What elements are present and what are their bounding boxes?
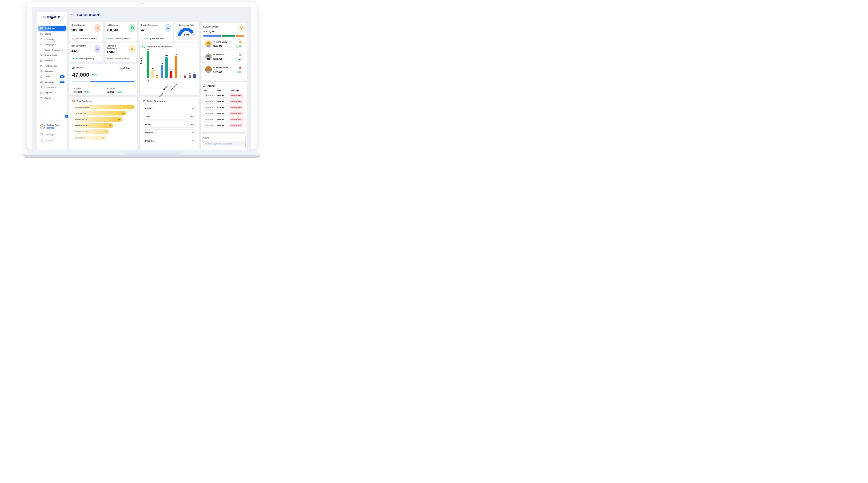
- megaphone-icon: [40, 43, 43, 46]
- sidebar-item-admin[interactable]: Admin ›: [38, 96, 66, 100]
- sidebar-item-leaderboard[interactable]: Leaderboard: [38, 85, 66, 90]
- sidebar-item-tasks[interactable]: Tasks 10+: [38, 75, 66, 79]
- card-title: Conversion Rate: [176, 24, 197, 26]
- sidebar-item-reports[interactable]: Reports: [38, 90, 66, 95]
- trend-row: 8.5% Up from yesterday: [107, 58, 129, 60]
- alerts-table-header: Date Time Message: [203, 89, 245, 92]
- fulfillment-summary-card: Fullfillment Summary Count 456Hold 142Pe…: [140, 42, 199, 95]
- sidebar-collapse-button[interactable]: ‹: [65, 115, 68, 118]
- sigma-check-icon: [40, 49, 43, 51]
- chevron-right-icon: ›: [63, 97, 64, 99]
- bar-pending: [151, 70, 154, 78]
- summary-row: Offers299: [143, 121, 196, 127]
- delta-desc: Up from past week: [149, 38, 164, 40]
- sidebar-item-recent-calls[interactable]: Recent Calls: [38, 53, 66, 58]
- sidebar-item-products[interactable]: Products: [38, 58, 66, 63]
- section-title: News: [203, 137, 245, 139]
- trend-row: 1.8% Up from yesterday: [107, 38, 129, 40]
- period-dropdown[interactable]: Last 7 Days ▼: [118, 66, 135, 70]
- sidebar: CONXUS Dashboard Orders Customer: [37, 11, 67, 149]
- logo-text-left: CON: [43, 15, 51, 19]
- silver-medal-icon: 2: [239, 52, 242, 57]
- delta-desc: Down from yesterday: [80, 38, 97, 40]
- entry-name: James David: [216, 66, 228, 68]
- chart-y-label: Count: [140, 58, 142, 64]
- sidebar-item-label: Reports: [44, 92, 52, 94]
- sidebar-menu: Dashboard Orders Customer Campaigns: [37, 23, 67, 100]
- section-title: Fullfillment Summary: [147, 45, 172, 48]
- leaderboard-entry[interactable]: James David $ 37,500 3 +6.7%: [203, 64, 244, 75]
- leaderboard-entry[interactable]: Jackson $ 39,700 2 +7.4%: [203, 51, 244, 62]
- alert-row: 25-08-202508:00 AMMail Not Sent: [203, 117, 245, 121]
- user-profile[interactable]: Gustavo Xavier Admin: [40, 124, 60, 129]
- sidebar-item-campaigns[interactable]: Campaigns: [38, 42, 66, 47]
- task-check-icon: [40, 75, 43, 78]
- row-label: Partials: [145, 107, 152, 109]
- bank-icon: [40, 70, 43, 73]
- sidebar-item-gateway[interactable]: Gateway: [38, 69, 66, 74]
- bar-value: 56: [189, 73, 191, 75]
- alert-message-badge: Mail Not Sent: [229, 123, 243, 127]
- gauge-value: 84%: [174, 33, 199, 36]
- returning-customers-card: Returning Customers 1,689 8.5% Up from y…: [104, 42, 137, 61]
- leaderboard-progress: [203, 35, 244, 36]
- row-value: 0: [192, 140, 193, 142]
- sidebar-item-dashboard[interactable]: Dashboard: [38, 26, 66, 31]
- svg-text:$: $: [132, 27, 133, 29]
- trend-row: 4.3% Down from yesterday: [71, 38, 97, 40]
- col-message: Message: [231, 89, 239, 92]
- dashboard-grid-icon: [40, 27, 43, 30]
- logout-button[interactable]: Log out: [41, 139, 53, 142]
- open-delta-badge: +3.4%: [83, 91, 90, 93]
- trend-down-icon: [71, 38, 74, 40]
- bar-failed: [184, 77, 186, 78]
- orders-total: 47,000: [72, 72, 89, 78]
- summary-row: Partials0: [143, 105, 196, 111]
- conexus-logo: CONXUS: [37, 11, 67, 23]
- logo-text-right: XUS: [54, 15, 62, 19]
- sidebar-item-fullfillments[interactable]: Fullfillments: [38, 64, 66, 68]
- delta-value: 8.5%: [110, 58, 114, 60]
- svg-text:2: 2: [240, 55, 241, 56]
- entry-value: $ 37,500: [213, 70, 228, 73]
- scroll-up-arrow[interactable]: [245, 137, 246, 138]
- entry-delta-badge: +7.4%: [236, 58, 242, 60]
- closed-value: 23,000: [107, 90, 115, 93]
- sidebar-item-orders[interactable]: Orders: [38, 32, 66, 36]
- news-accordion[interactable]: We have Big News About Stripe ▼: [203, 141, 245, 146]
- bar-pending-shipment: [156, 77, 158, 78]
- sidebar-item-messages[interactable]: Messages 10+: [38, 80, 66, 84]
- leaderboard-total: $ 120,000: [203, 30, 244, 33]
- entry-name: Mavis Barry: [216, 41, 227, 43]
- sidebar-item-label: Recent Calls: [44, 54, 57, 56]
- menu-toggle-icon[interactable]: [70, 15, 73, 18]
- sidebar-item-label: Customer: [44, 38, 54, 40]
- bar-shipped: [161, 65, 163, 78]
- alert-message-badge: Mail Not Sent: [229, 93, 243, 97]
- sidebar-item-label: Products: [44, 60, 54, 62]
- sidebar-item-label: Fullfillments: [44, 65, 57, 67]
- row-label: Upsales: [145, 132, 153, 134]
- settings-button[interactable]: Settings: [41, 133, 54, 136]
- trend-row: 1.3% Up from past week: [141, 38, 164, 40]
- news-headline: We have Big News About Stripe: [205, 143, 232, 145]
- alert-time: 08:00 AM: [217, 118, 229, 120]
- leaderboard-entry[interactable]: Mavis Barry $ 45,000 1 +8.3%: [203, 38, 244, 50]
- closed-delta-badge: +11.4%: [116, 91, 123, 93]
- settings-label: Settings: [45, 133, 54, 136]
- alert-date: 25-08-2025: [203, 106, 217, 108]
- bar-chart-icon: [40, 33, 43, 35]
- product-name: NERVESYNCX3: [75, 119, 87, 120]
- row-value: 0: [192, 107, 193, 109]
- dollar-icon: $: [129, 24, 135, 32]
- avatar: [205, 53, 212, 60]
- chevron-down-icon: ▼: [131, 67, 133, 69]
- new-customers-card: New Customers 4,689 8.5% Up from yesterd…: [69, 42, 103, 61]
- messages-count-badge: 10+: [60, 81, 65, 83]
- alert-time: 09:00 AM: [217, 124, 229, 126]
- alert-row: 25-08-202508:00 AMMail Not Sent: [203, 111, 245, 115]
- sidebar-item-quality-assurance[interactable]: Quality Assurance: [38, 48, 66, 52]
- bar-label: Delivered: [163, 85, 168, 91]
- sidebar-item-customer[interactable]: Customer: [38, 37, 66, 41]
- scrollbar-thumb[interactable]: [245, 139, 246, 147]
